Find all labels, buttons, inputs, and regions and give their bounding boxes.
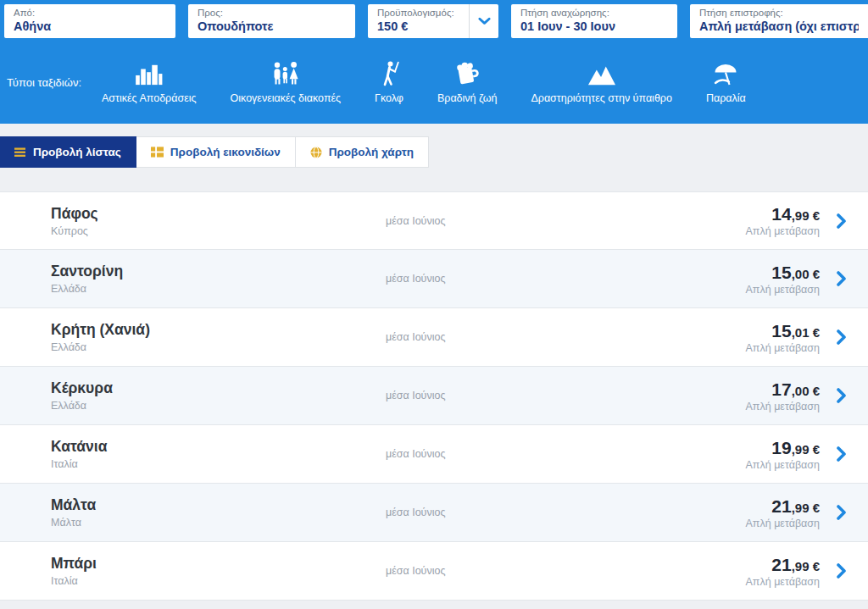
destination-name: Κέρκυρα xyxy=(51,379,386,397)
fare-type: Απλή μετάβαση xyxy=(746,401,820,412)
destination-country: Ελλάδα xyxy=(51,283,386,295)
budget-dropdown-button[interactable] xyxy=(469,4,498,38)
budget-value: 150 € xyxy=(377,19,469,34)
destination-country: Μάλτα xyxy=(51,517,386,529)
from-label: Από: xyxy=(14,8,166,19)
departure-value: 01 Ιουν - 30 Ιουν xyxy=(520,19,668,34)
return-label: Πτήση επιστροφής: xyxy=(699,8,859,19)
price: 15,00 € xyxy=(746,263,820,283)
price: 14,99 € xyxy=(746,204,820,224)
travel-timeframe: μέσα Ιούνιος xyxy=(386,273,746,285)
tab-label: Προβολή εικονιδίων xyxy=(170,146,281,158)
to-label: Προς: xyxy=(198,8,346,19)
destination-name: Σαντορίνη xyxy=(51,263,386,280)
fare-type: Απλή μετάβαση xyxy=(746,284,820,296)
from-value: Αθήνα xyxy=(14,19,166,34)
trip-type-outdoor-activities[interactable]: Δραστηριότητες στην ύπαιθρο xyxy=(514,59,688,104)
destination-name: Μάλτα xyxy=(51,496,386,514)
trip-types-label: Τύποι ταξιδιών: xyxy=(7,76,81,89)
fare-type: Απλή μετάβαση xyxy=(746,342,820,354)
departure-date-field[interactable]: Πτήση αναχώρησης: 01 Ιουν - 30 Ιουν xyxy=(511,4,677,38)
chevron-right-icon[interactable] xyxy=(836,388,848,403)
fare-type: Απλή μετάβαση xyxy=(746,459,820,471)
travel-timeframe: μέσα Ιούνιος xyxy=(386,331,746,343)
chevron-right-icon[interactable] xyxy=(836,329,848,345)
trip-type-beach[interactable]: Παραλία xyxy=(689,59,763,104)
globe-icon xyxy=(310,147,322,158)
city-skyline-icon xyxy=(135,59,164,86)
to-field[interactable]: Προς: Οπουδήποτε xyxy=(188,4,355,38)
destination-country: Ελλάδα xyxy=(51,341,386,353)
beach-umbrella-icon xyxy=(712,59,739,86)
travel-timeframe: μέσα Ιούνιος xyxy=(386,448,746,460)
travel-timeframe: μέσα Ιούνιος xyxy=(386,215,746,227)
destination-name: Κατάνια xyxy=(51,438,386,456)
travel-timeframe: μέσα Ιούνιος xyxy=(386,565,746,577)
chevron-down-icon xyxy=(478,14,491,29)
result-row[interactable]: Κατάνια Ιταλία μέσα Ιούνιος 19,99 € Απλή… xyxy=(0,425,868,484)
chevron-right-icon[interactable] xyxy=(836,505,848,520)
chevron-right-icon[interactable] xyxy=(836,271,848,286)
tab-map-view[interactable]: Προβολή χάρτη xyxy=(296,136,429,168)
search-fields: Από: Αθήνα Προς: Οπουδήποτε Προϋπολογισμ… xyxy=(0,0,868,38)
result-row[interactable]: Κρήτη (Χανιά) Ελλάδα μέσα Ιούνιος 15,01 … xyxy=(0,308,868,367)
beer-mug-icon xyxy=(454,59,480,86)
trip-type-golf[interactable]: Γκολφ xyxy=(358,59,420,104)
chevron-right-icon[interactable] xyxy=(836,213,848,229)
trip-type-city-breaks[interactable]: Αστικές Αποδράσεις xyxy=(85,59,214,104)
budget-field[interactable]: Προϋπολογισμός: 150 € xyxy=(368,4,498,38)
grid-icon xyxy=(151,147,164,158)
price: 17,00 € xyxy=(746,379,820,400)
result-row[interactable]: Μάλτα Μάλτα μέσα Ιούνιος 21,99 € Απλή με… xyxy=(0,484,868,542)
fare-type: Απλή μετάβαση xyxy=(746,225,820,237)
trip-type-label: Γκολφ xyxy=(375,92,403,104)
chevron-right-icon[interactable] xyxy=(836,563,848,579)
view-tabs: Προβολή λίστας Προβολή εικονιδίων Προβολ… xyxy=(0,136,868,168)
return-value: Απλή μετάβαση (όχι επιστρο xyxy=(699,19,859,34)
budget-label: Προϋπολογισμός: xyxy=(377,8,469,19)
chevron-right-icon[interactable] xyxy=(836,446,848,462)
trip-type-label: Αστικές Αποδράσεις xyxy=(102,92,197,104)
golfer-icon xyxy=(379,59,399,86)
destination-name: Πάφος xyxy=(51,205,386,223)
trip-type-nightlife[interactable]: Βραδινή ζωή xyxy=(420,59,514,104)
fare-type: Απλή μετάβαση xyxy=(746,576,820,588)
return-date-field[interactable]: Πτήση επιστροφής: Απλή μετάβαση (όχι επι… xyxy=(690,4,868,38)
trip-types-bar: Τύποι ταξιδιών: Αστικές Αποδράσεις xyxy=(0,38,868,104)
result-row[interactable]: Κέρκυρα Ελλάδα μέσα Ιούνιος 17,00 € Απλή… xyxy=(0,367,868,425)
destination-country: Ιταλία xyxy=(51,575,386,587)
tab-label: Προβολή λίστας xyxy=(33,146,121,158)
tab-icon-view[interactable]: Προβολή εικονιδίων xyxy=(136,136,296,168)
fare-type: Απλή μετάβαση xyxy=(746,518,820,529)
mountains-icon xyxy=(587,59,616,86)
trip-type-label: Βραδινή ζωή xyxy=(437,92,497,104)
trip-type-label: Παραλία xyxy=(706,92,746,104)
destination-name: Μπάρι xyxy=(51,555,386,573)
travel-timeframe: μέσα Ιούνιος xyxy=(386,507,746,518)
from-field[interactable]: Από: Αθήνα xyxy=(4,4,175,38)
destination-country: Ελλάδα xyxy=(51,400,386,412)
travel-timeframe: μέσα Ιούνιος xyxy=(386,390,746,401)
trip-type-family-holidays[interactable]: Οικογενειακές διακοπές xyxy=(214,59,359,104)
price: 21,99 € xyxy=(746,496,820,517)
trip-type-label: Δραστηριότητες στην ύπαιθρο xyxy=(531,92,671,104)
trip-types-items: Αστικές Αποδράσεις Οικογενειακές xyxy=(85,59,763,104)
destination-country: Ιταλία xyxy=(51,458,386,470)
to-value: Οπουδήποτε xyxy=(198,19,346,34)
budget-main: Προϋπολογισμός: 150 € xyxy=(368,4,469,38)
result-row[interactable]: Πάφος Κύπρος μέσα Ιούνιος 14,99 € Απλή μ… xyxy=(0,191,868,250)
destination-country: Κύπρος xyxy=(51,225,386,237)
tab-list-view[interactable]: Προβολή λίστας xyxy=(0,136,136,168)
search-header: Από: Αθήνα Προς: Οπουδήποτε Προϋπολογισμ… xyxy=(0,0,868,124)
price: 21,99 € xyxy=(746,555,820,575)
trip-type-label: Οικογενειακές διακοπές xyxy=(231,92,342,104)
result-row[interactable]: Μπάρι Ιταλία μέσα Ιούνιος 21,99 € Απλή μ… xyxy=(0,542,868,601)
price: 15,01 € xyxy=(746,321,820,341)
price: 19,99 € xyxy=(746,438,820,458)
flight-search-page: Από: Αθήνα Προς: Οπουδήποτε Προϋπολογισμ… xyxy=(0,0,868,601)
results-list: Πάφος Κύπρος μέσα Ιούνιος 14,99 € Απλή μ… xyxy=(0,191,868,601)
destination-name: Κρήτη (Χανιά) xyxy=(51,321,386,339)
result-row[interactable]: Σαντορίνη Ελλάδα μέσα Ιούνιος 15,00 € Απ… xyxy=(0,250,868,308)
list-icon xyxy=(14,147,26,158)
departure-label: Πτήση αναχώρησης: xyxy=(520,8,668,19)
